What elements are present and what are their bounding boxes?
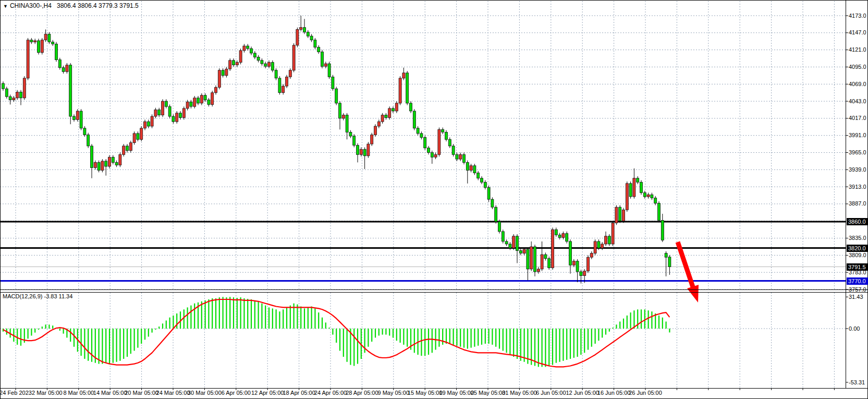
price-tick-label: 3887.0: [849, 200, 866, 207]
price-tick-label: 3991.0: [849, 132, 866, 139]
price-tick-label: 3835.0: [849, 235, 866, 241]
time-label: 26 Jun 05:00: [620, 390, 670, 396]
price-tick-label: 3965.0: [849, 149, 866, 156]
chart-title: ▼CHINA300-,H43806.4 3806.4 3779.3 3791.5: [3, 2, 139, 9]
price-badge-3770.0: 3770.0: [847, 277, 868, 285]
price-tick-label: 4121.0: [849, 46, 866, 53]
price-badge-3791.5: 3791.5: [847, 263, 868, 271]
candles: [2, 16, 671, 284]
macd-histogram: [3, 297, 669, 367]
symbol-timeframe-label: CHINA300-,H4: [10, 2, 52, 9]
symbol-dropdown-icon[interactable]: ▼: [3, 4, 8, 9]
price-tick-label: 3939.0: [849, 166, 866, 173]
chart-window: ▼CHINA300-,H43806.4 3806.4 3779.3 3791.5…: [0, 0, 868, 399]
price-tick-label: 4173.0: [849, 13, 866, 19]
macd-tick-label: 31.43: [849, 294, 863, 300]
price-tick-label: 4017.0: [849, 115, 866, 122]
price-tick-label: 3757.0: [849, 286, 866, 293]
macd-indicator-label: MACD(12,26,9) -3.83 11.34: [3, 293, 72, 299]
price-badge-3860.0: 3860.0: [847, 218, 868, 225]
chart-canvas[interactable]: [0, 0, 868, 399]
price-tick-label: 4147.0: [849, 29, 866, 36]
price-tick-label: 3913.0: [849, 184, 866, 190]
price-tick-label: 4069.0: [849, 81, 866, 88]
ohlc-values: 3806.4 3806.4 3779.3 3791.5: [57, 2, 139, 9]
price-badge-3820.0: 3820.0: [847, 245, 868, 252]
macd-tick-label: 0.00: [849, 325, 860, 332]
macd-tick-label: -53.31: [849, 379, 865, 386]
price-tick-label: 4043.0: [849, 98, 866, 105]
price-tick-label: 3809.0: [849, 252, 866, 259]
price-tick-label: 4095.0: [849, 64, 866, 70]
